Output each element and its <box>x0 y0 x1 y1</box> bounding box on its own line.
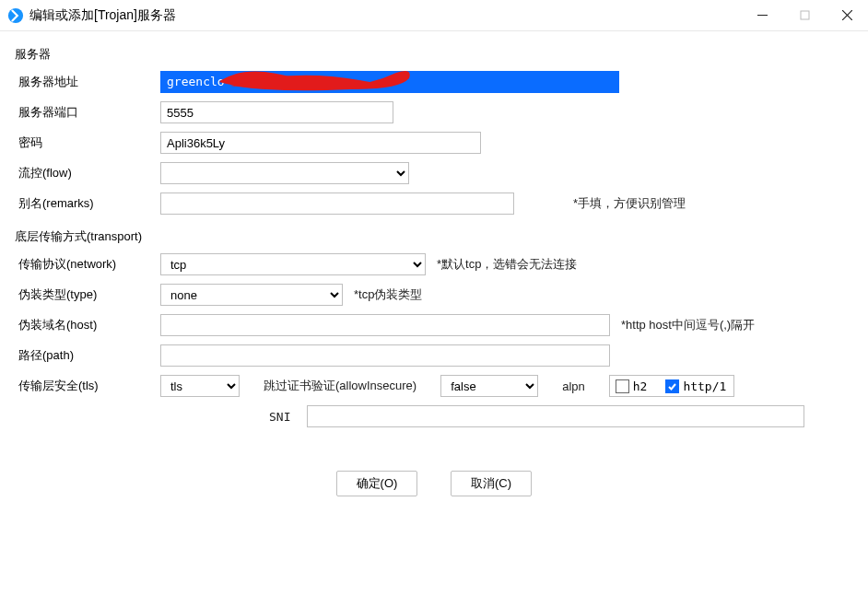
maximize-button[interactable] <box>783 0 826 31</box>
dialog-buttons: 确定(O) 取消(C) <box>15 471 853 496</box>
network-select[interactable]: tcp <box>160 253 426 275</box>
port-label: 服务器端口 <box>15 104 160 121</box>
remarks-hint: *手填，方便识别管理 <box>573 195 686 212</box>
alpn-label: alpn <box>562 379 585 393</box>
svg-rect-2 <box>801 11 809 19</box>
sni-label: SNI <box>269 410 290 424</box>
row-path: 路径(path) <box>15 344 853 368</box>
allow-insecure-select[interactable]: false <box>440 375 538 397</box>
tls-label: 传输层安全(tls) <box>15 378 160 394</box>
address-input[interactable] <box>160 71 619 93</box>
ok-button[interactable]: 确定(O) <box>336 471 417 496</box>
alpn-group: h2 http/1 <box>609 375 735 397</box>
alpn-h2-label: h2 <box>633 379 648 393</box>
minimize-button[interactable] <box>741 0 783 31</box>
row-sni: SNI <box>15 404 853 428</box>
row-flow: 流控(flow) <box>15 161 853 185</box>
network-hint: *默认tcp，选错会无法连接 <box>437 256 577 273</box>
window-controls <box>741 0 868 31</box>
allow-insecure-label: 跳过证书验证(allowInsecure) <box>264 378 416 394</box>
network-label: 传输协议(network) <box>15 256 160 273</box>
app-icon <box>7 7 24 24</box>
password-label: 密码 <box>15 134 160 151</box>
close-button[interactable] <box>826 0 868 31</box>
group-server-label: 服务器 <box>15 46 853 63</box>
host-hint: *http host中间逗号(,)隔开 <box>621 317 755 333</box>
port-input[interactable] <box>160 101 393 123</box>
remarks-label: 别名(remarks) <box>15 195 160 212</box>
type-label: 伪装类型(type) <box>15 286 160 303</box>
content: 服务器 服务器地址 greenclo 服务器端口 密码 <box>0 31 868 511</box>
svg-point-0 <box>8 7 23 22</box>
type-hint: *tcp伪装类型 <box>354 286 422 303</box>
row-password: 密码 <box>15 131 853 155</box>
path-label: 路径(path) <box>15 347 160 364</box>
sni-input[interactable] <box>307 405 804 427</box>
type-select[interactable]: none <box>160 284 343 306</box>
alpn-http1-label: http/1 <box>683 379 726 393</box>
remarks-input[interactable] <box>160 192 514 215</box>
alpn-http1-checkbox[interactable] <box>665 379 679 393</box>
flow-select[interactable] <box>160 162 409 184</box>
row-network: 传输协议(network) tcp *默认tcp，选错会无法连接 <box>15 252 853 276</box>
row-tls: 传输层安全(tls) tls 跳过证书验证(allowInsecure) fal… <box>15 374 853 398</box>
row-address: 服务器地址 greenclo <box>15 70 853 94</box>
path-input[interactable] <box>160 344 610 367</box>
address-label: 服务器地址 <box>15 74 160 90</box>
tls-select[interactable]: tls <box>160 375 240 397</box>
window-title: 编辑或添加[Trojan]服务器 <box>29 7 176 24</box>
group-transport-label: 底层传输方式(transport) <box>15 228 853 245</box>
flow-label: 流控(flow) <box>15 165 160 181</box>
host-input[interactable] <box>160 314 610 336</box>
password-input[interactable] <box>160 132 481 154</box>
row-port: 服务器端口 <box>15 100 853 124</box>
titlebar: 编辑或添加[Trojan]服务器 <box>0 0 868 31</box>
cancel-button[interactable]: 取消(C) <box>451 471 532 496</box>
row-host: 伪装域名(host) *http host中间逗号(,)隔开 <box>15 313 853 337</box>
row-type: 伪装类型(type) none *tcp伪装类型 <box>15 283 853 307</box>
alpn-h2-checkbox[interactable] <box>616 379 629 393</box>
host-label: 伪装域名(host) <box>15 317 160 333</box>
row-remarks: 别名(remarks) *手填，方便识别管理 <box>15 192 853 216</box>
